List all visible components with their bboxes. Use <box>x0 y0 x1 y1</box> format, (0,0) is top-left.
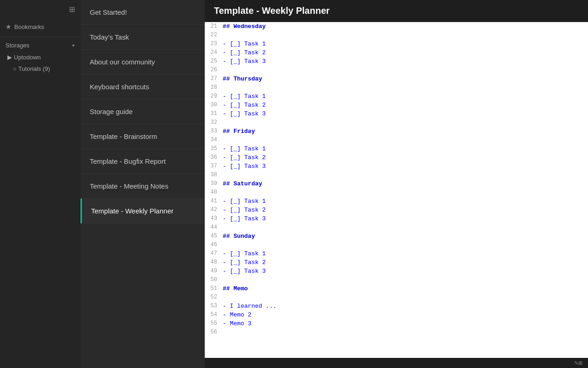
nav-panel: Get Started! Today's Task About our comm… <box>81 0 205 368</box>
line-row: 29- [_] Task 1 <box>205 92 588 101</box>
line-content <box>221 31 588 40</box>
line-content: - [_] Task 2 <box>221 101 588 109</box>
line-row: 55- Memo 3 <box>205 319 588 328</box>
settings-icon[interactable]: ⊞ <box>69 5 75 14</box>
sidebar-item-bookmarks[interactable]: ★ Bookmarks <box>0 20 81 33</box>
sidebar: ⊞ ★ Bookmarks Storages + ▶ Uptodown ○ Tu… <box>0 0 81 368</box>
nav-item-storage-guide[interactable]: Storage guide <box>81 99 205 124</box>
line-content: - [_] Task 3 <box>221 214 588 223</box>
page-title: Template - Weekly Planner <box>214 6 330 16</box>
line-number: 33 <box>205 127 221 136</box>
line-content: - [_] Task 1 <box>221 92 588 101</box>
line-number: 48 <box>205 258 221 267</box>
line-row: 38 <box>205 171 588 179</box>
line-content: ## Thursday <box>221 75 588 83</box>
line-row: 30- [_] Task 2 <box>205 101 588 109</box>
line-number: 55 <box>205 319 221 328</box>
bookmarks-label: Bookmarks <box>14 23 44 30</box>
line-number: 32 <box>205 118 221 127</box>
star-icon: ★ <box>6 23 12 30</box>
line-number: 38 <box>205 171 221 179</box>
line-number: 35 <box>205 144 221 153</box>
nav-item-get-started[interactable]: Get Started! <box>81 0 205 25</box>
line-row: 24- [_] Task 2 <box>205 48 588 57</box>
line-row: 23- [_] Task 1 <box>205 40 588 48</box>
main-content: Template - Weekly Planner 21## Wednesday… <box>205 0 588 368</box>
line-content <box>221 276 588 284</box>
line-content <box>221 293 588 302</box>
nav-item-bugfix-report[interactable]: Template - Bugfix Report <box>81 149 205 174</box>
line-number: 37 <box>205 162 221 171</box>
line-row: 44 <box>205 223 588 232</box>
line-content <box>221 223 588 232</box>
add-storage-icon[interactable]: + <box>71 42 75 49</box>
nav-label-brainstorm: Template - Brainstorm <box>90 132 157 140</box>
line-number: 21 <box>205 22 221 31</box>
line-number: 23 <box>205 40 221 48</box>
line-number: 54 <box>205 310 221 319</box>
line-row: 41- [_] Task 1 <box>205 197 588 206</box>
line-row: 25- [_] Task 3 <box>205 57 588 66</box>
line-content: - [_] Task 2 <box>221 48 588 57</box>
nav-label-weekly-planner: Template - Weekly Planner <box>91 207 173 215</box>
line-content: ## Wednesday <box>221 22 588 31</box>
line-number: 39 <box>205 179 221 188</box>
editor-area[interactable]: 21## Wednesday22 23- [_] Task 124- [_] T… <box>205 22 588 358</box>
nav-item-weekly-planner[interactable]: Template - Weekly Planner <box>81 199 205 224</box>
line-content <box>221 136 588 144</box>
line-row: 31- [_] Task 3 <box>205 109 588 118</box>
line-number: 29 <box>205 92 221 101</box>
line-row: 22 <box>205 31 588 40</box>
nav-label-meeting-notes: Template - Meeting Notes <box>90 182 168 190</box>
line-number: 36 <box>205 153 221 162</box>
line-number: 24 <box>205 48 221 57</box>
line-content: ## Saturday <box>221 179 588 188</box>
line-row: 27## Thursday <box>205 75 588 83</box>
line-number: 34 <box>205 136 221 144</box>
nav-item-keyboard-shortcuts[interactable]: Keyboard shortcuts <box>81 75 205 99</box>
nav-item-meeting-notes[interactable]: Template - Meeting Notes <box>81 174 205 199</box>
line-number: 52 <box>205 293 221 302</box>
sidebar-item-uptodown[interactable]: ▶ Uptodown <box>0 52 81 63</box>
line-content: ## Memo <box>221 284 588 293</box>
line-row: 32 <box>205 118 588 127</box>
line-row: 56 <box>205 328 588 337</box>
sidebar-top: ⊞ <box>0 0 81 18</box>
line-number: 53 <box>205 302 221 310</box>
sidebar-bookmarks-section: ★ Bookmarks <box>0 18 81 35</box>
line-content <box>221 83 588 92</box>
line-row: 42- [_] Task 2 <box>205 206 588 214</box>
line-row: 37- [_] Task 3 <box>205 162 588 171</box>
line-number: 50 <box>205 276 221 284</box>
line-content: ## Sunday <box>221 232 588 241</box>
line-row: 46 <box>205 241 588 249</box>
nav-item-brainstorm[interactable]: Template - Brainstorm <box>81 124 205 149</box>
line-row: 49- [_] Task 3 <box>205 267 588 276</box>
line-number: 28 <box>205 83 221 92</box>
line-number: 30 <box>205 101 221 109</box>
line-row: 45## Sunday <box>205 232 588 241</box>
line-number: 43 <box>205 214 221 223</box>
line-row: 26 <box>205 66 588 75</box>
nav-item-about-community[interactable]: About our community <box>81 50 205 75</box>
line-content <box>221 241 588 249</box>
nav-label-keyboard-shortcuts: Keyboard shortcuts <box>90 83 149 91</box>
tutorials-label: Tutorials (9) <box>18 65 50 72</box>
line-content: - Memo 3 <box>221 319 588 328</box>
line-content: - [_] Task 3 <box>221 267 588 276</box>
line-content <box>221 171 588 179</box>
line-content: - [_] Task 1 <box>221 249 588 258</box>
line-row: 50 <box>205 276 588 284</box>
line-number: 47 <box>205 249 221 258</box>
line-number: 41 <box>205 197 221 206</box>
line-content: - [_] Task 3 <box>221 57 588 66</box>
line-number: 31 <box>205 109 221 118</box>
line-content <box>221 66 588 75</box>
nav-label-bugfix-report: Template - Bugfix Report <box>90 157 166 165</box>
nav-item-todays-task[interactable]: Today's Task <box>81 25 205 50</box>
sidebar-item-tutorials[interactable]: ○ Tutorials (9) <box>0 63 81 75</box>
line-row: 35- [_] Task 1 <box>205 144 588 153</box>
sidebar-item-storages[interactable]: Storages + <box>0 39 81 52</box>
line-content: - [_] Task 2 <box>221 258 588 267</box>
line-row: 21## Wednesday <box>205 22 588 31</box>
